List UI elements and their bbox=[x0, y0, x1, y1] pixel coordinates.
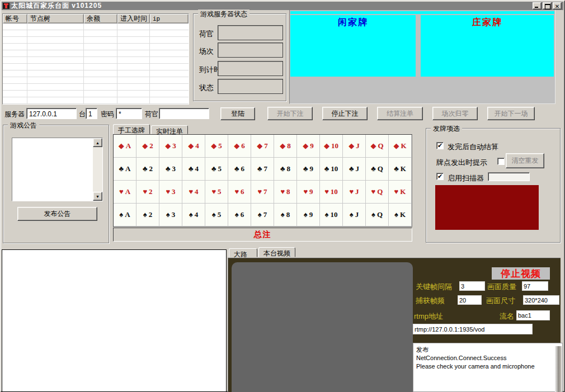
prompt-on-deal-checkbox[interactable] bbox=[497, 158, 505, 165]
scanner-checkbox[interactable]: ✔ bbox=[436, 173, 444, 180]
table-row[interactable] bbox=[3, 70, 189, 77]
tab-table-video[interactable]: 本台视频 bbox=[258, 247, 295, 257]
table-row[interactable] bbox=[3, 57, 189, 64]
card-diamonds-5[interactable]: ◆5 bbox=[205, 135, 228, 158]
card-spades-4[interactable]: ♠4 bbox=[182, 204, 205, 226]
card-diamonds-9[interactable]: ◆9 bbox=[297, 135, 320, 158]
card-hearts-2[interactable]: ♥2 bbox=[136, 181, 159, 204]
card-spades-9[interactable]: ♠9 bbox=[297, 204, 320, 226]
card-hearts-K[interactable]: ♥K bbox=[389, 181, 412, 204]
table-row[interactable] bbox=[3, 77, 189, 84]
card-spades-10[interactable]: ♠10 bbox=[320, 204, 343, 226]
card-hearts-3[interactable]: ♥3 bbox=[159, 181, 182, 204]
card-spades-6[interactable]: ♠6 bbox=[228, 204, 251, 226]
card-clubs-4[interactable]: ♣4 bbox=[182, 158, 205, 181]
card-hearts-4[interactable]: ♥4 bbox=[182, 181, 205, 204]
card-clubs-8[interactable]: ♣8 bbox=[274, 158, 297, 181]
table-row[interactable] bbox=[3, 30, 189, 37]
card-hearts-Q[interactable]: ♥Q bbox=[366, 181, 389, 204]
clear-resend-button[interactable]: 清空重发 bbox=[506, 153, 544, 168]
card-clubs-10[interactable]: ♣10 bbox=[320, 158, 343, 181]
card-clubs-2[interactable]: ♣2 bbox=[136, 158, 159, 181]
tab-live-bets[interactable]: 实时注单 bbox=[151, 125, 188, 134]
card-diamonds-K[interactable]: ◆K bbox=[389, 135, 412, 158]
card-diamonds-Q[interactable]: ◆Q bbox=[366, 135, 389, 158]
card-hearts-10[interactable]: ♥10 bbox=[320, 181, 343, 204]
stop-video-button[interactable]: 停止视频 bbox=[492, 267, 550, 280]
log-scrollbar[interactable] bbox=[555, 346, 562, 392]
login-button[interactable]: 登陆 bbox=[220, 107, 255, 120]
card-clubs-9[interactable]: ♣9 bbox=[297, 158, 320, 181]
announcement-scrollbar[interactable] bbox=[93, 138, 102, 201]
players-table-body[interactable] bbox=[3, 23, 189, 104]
card-spades-A[interactable]: ♠A bbox=[114, 204, 136, 226]
quality-input[interactable] bbox=[522, 281, 548, 291]
card-spades-2[interactable]: ♠2 bbox=[136, 204, 159, 226]
table-row[interactable] bbox=[3, 37, 189, 44]
column-header-3[interactable]: 余额 bbox=[84, 14, 117, 23]
column-header-2[interactable]: 节点树 bbox=[27, 14, 84, 23]
card-clubs-7[interactable]: ♣7 bbox=[251, 158, 274, 181]
card-clubs-J[interactable]: ♣J bbox=[343, 158, 366, 181]
card-clubs-6[interactable]: ♣6 bbox=[228, 158, 251, 181]
table-row[interactable] bbox=[3, 97, 189, 104]
round-button[interactable]: 开始下注 bbox=[267, 107, 313, 120]
card-spades-K[interactable]: ♠K bbox=[389, 204, 412, 226]
round-button[interactable]: 场次归零 bbox=[432, 107, 478, 120]
tab-big-road[interactable]: 大路 bbox=[229, 248, 257, 257]
keyframe-input[interactable] bbox=[459, 281, 485, 291]
table-row[interactable] bbox=[3, 44, 189, 50]
card-clubs-Q[interactable]: ♣Q bbox=[366, 158, 389, 181]
table-row[interactable] bbox=[3, 64, 189, 70]
column-header-5[interactable]: ip bbox=[150, 14, 189, 23]
auto-settle-checkbox[interactable]: ✔ bbox=[436, 142, 444, 149]
scanner-input[interactable] bbox=[488, 172, 530, 181]
scroll-up-icon[interactable] bbox=[93, 138, 102, 147]
card-hearts-5[interactable]: ♥5 bbox=[205, 181, 228, 204]
card-clubs-A[interactable]: ♣A bbox=[114, 158, 136, 181]
rtmp-url-input[interactable] bbox=[413, 324, 533, 334]
card-diamonds-A[interactable]: ◆A bbox=[114, 135, 136, 158]
card-spades-3[interactable]: ♠3 bbox=[159, 204, 182, 226]
table-input[interactable] bbox=[86, 108, 97, 119]
tab-manual-pick[interactable]: 手工选牌 bbox=[113, 124, 150, 134]
card-spades-Q[interactable]: ♠Q bbox=[366, 204, 389, 226]
column-header-4[interactable]: 进入时间 bbox=[117, 14, 150, 23]
publish-announcement-button[interactable]: 发布公告 bbox=[17, 207, 97, 221]
table-row[interactable] bbox=[3, 84, 189, 91]
card-clubs-5[interactable]: ♣5 bbox=[205, 158, 228, 181]
card-hearts-9[interactable]: ♥9 bbox=[297, 181, 320, 204]
size-input[interactable] bbox=[523, 295, 559, 305]
card-hearts-8[interactable]: ♥8 bbox=[274, 181, 297, 204]
stop-betting-button[interactable]: 停止下注 bbox=[322, 107, 368, 120]
card-diamonds-4[interactable]: ◆4 bbox=[182, 135, 205, 158]
card-diamonds-3[interactable]: ◆3 bbox=[159, 135, 182, 158]
framerate-input[interactable] bbox=[458, 295, 482, 305]
dealer-input[interactable] bbox=[159, 108, 209, 119]
card-spades-J[interactable]: ♠J bbox=[343, 204, 366, 226]
column-header-1[interactable]: 帐号 bbox=[3, 14, 27, 23]
card-clubs-3[interactable]: ♣3 bbox=[159, 158, 182, 181]
card-spades-7[interactable]: ♠7 bbox=[251, 204, 274, 226]
card-spades-5[interactable]: ♠5 bbox=[205, 204, 228, 226]
card-hearts-6[interactable]: ♥6 bbox=[228, 181, 251, 204]
table-row[interactable] bbox=[3, 50, 189, 57]
card-diamonds-6[interactable]: ◆6 bbox=[228, 135, 251, 158]
card-diamonds-8[interactable]: ◆8 bbox=[274, 135, 297, 158]
server-input[interactable] bbox=[26, 108, 77, 119]
table-row[interactable] bbox=[3, 23, 189, 30]
card-clubs-K[interactable]: ♣K bbox=[389, 158, 412, 181]
card-diamonds-7[interactable]: ◆7 bbox=[251, 135, 274, 158]
card-spades-8[interactable]: ♠8 bbox=[274, 204, 297, 226]
table-row[interactable] bbox=[3, 91, 189, 97]
round-button[interactable]: 结算注单 bbox=[377, 107, 423, 120]
card-diamonds-J[interactable]: ◆J bbox=[343, 135, 366, 158]
stream-name-input[interactable] bbox=[516, 310, 550, 320]
round-button[interactable]: 开始下一场 bbox=[487, 107, 535, 120]
announcement-input[interactable] bbox=[12, 138, 94, 201]
card-hearts-J[interactable]: ♥J bbox=[343, 181, 366, 204]
card-diamonds-10[interactable]: ◆10 bbox=[320, 135, 343, 158]
card-hearts-7[interactable]: ♥7 bbox=[251, 181, 274, 204]
minimize-icon[interactable] bbox=[533, 2, 542, 10]
close-icon[interactable] bbox=[553, 2, 562, 10]
